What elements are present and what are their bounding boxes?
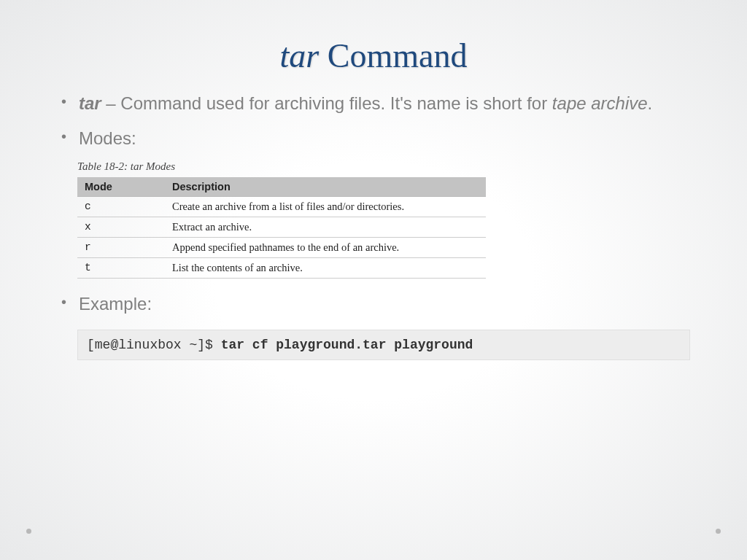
shell-command: tar cf playground.tar playground bbox=[221, 338, 473, 352]
bullet-2: Modes: bbox=[51, 126, 696, 151]
cell-mode: r bbox=[77, 238, 165, 258]
table-header-row: Mode Description bbox=[77, 177, 486, 197]
cell-desc: Extract an archive. bbox=[165, 217, 486, 238]
title-part-rest: Command bbox=[319, 37, 467, 74]
bullet-3: Example: bbox=[51, 292, 696, 316]
th-desc: Description bbox=[165, 177, 486, 197]
cell-desc: Create an archive from a list of files a… bbox=[165, 197, 486, 217]
cell-desc: Append specified pathnames to the end of… bbox=[165, 238, 486, 258]
cell-desc: List the contents of an archive. bbox=[165, 258, 486, 279]
example-code: [me@linuxbox ~]$ tar cf playground.tar p… bbox=[77, 330, 690, 360]
table-row: x Extract an archive. bbox=[77, 217, 486, 238]
bullet-1-bold: tar bbox=[79, 93, 101, 113]
table-caption: Table 18-2: tar Modes bbox=[77, 160, 486, 173]
cell-mode: c bbox=[77, 197, 165, 217]
decoration-dot-left bbox=[26, 529, 31, 534]
bullet-1-italic: tape archive bbox=[552, 93, 648, 113]
bullet-list: tar – Command used for archiving files. … bbox=[51, 91, 696, 150]
modes-table: Mode Description c Create an archive fro… bbox=[77, 177, 486, 279]
slide-title: tar Command bbox=[51, 36, 696, 75]
th-mode: Mode bbox=[77, 177, 165, 197]
cell-mode: t bbox=[77, 258, 165, 279]
table-row: c Create an archive from a list of files… bbox=[77, 197, 486, 217]
bullet-1-rest: – Command used for archiving files. It's… bbox=[101, 93, 552, 113]
table-row: r Append specified pathnames to the end … bbox=[77, 238, 486, 258]
shell-prompt: [me@linuxbox ~]$ bbox=[87, 338, 221, 352]
cell-mode: x bbox=[77, 217, 165, 238]
bullet-list-2: Example: bbox=[51, 292, 696, 316]
decoration-dot-right bbox=[716, 529, 721, 534]
modes-table-block: Table 18-2: tar Modes Mode Description c… bbox=[77, 160, 486, 279]
table-row: t List the contents of an archive. bbox=[77, 258, 486, 279]
bullet-1-tail: . bbox=[648, 93, 653, 113]
bullet-1: tar – Command used for archiving files. … bbox=[51, 91, 696, 116]
slide: tar Command tar – Command used for archi… bbox=[0, 0, 747, 560]
title-part-italic: tar bbox=[280, 37, 320, 74]
